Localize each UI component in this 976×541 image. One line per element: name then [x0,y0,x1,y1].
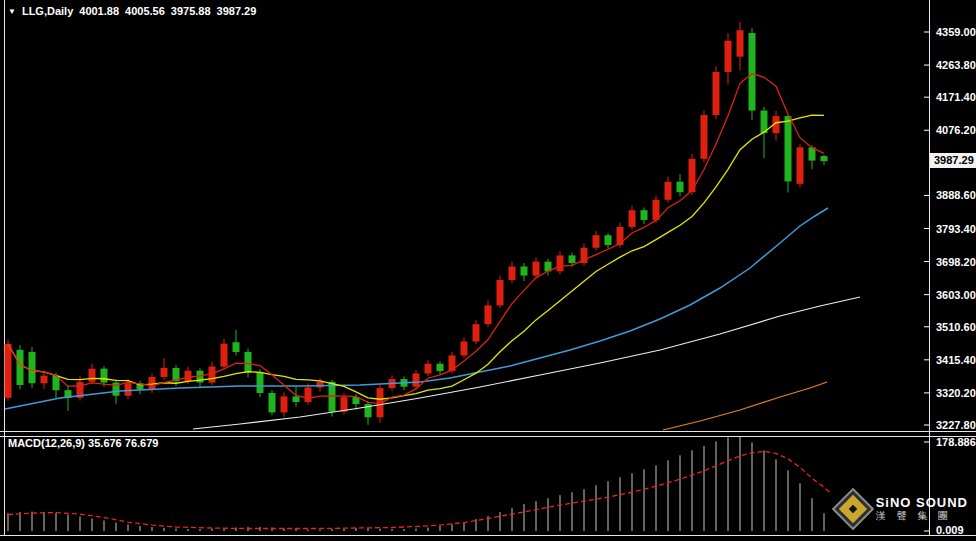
quote-open: 4001.88 [79,5,119,17]
macd-axis-top-label: 178.886 [936,436,976,448]
symbol-name: LLG,Daily [22,5,73,17]
symbol-dropdown-arrow-icon[interactable]: ▼ [8,6,16,17]
macd-name: MACD(12,26,9) [8,437,85,449]
price-axis-label: 4359.00 [936,26,976,38]
price-axis-label: 3698.20 [936,256,976,268]
quote-low: 3975.88 [171,5,211,17]
current-price-badge: 3987.29 [930,153,976,168]
chart-window: ▼ LLG,Daily 4001.88 4005.56 3975.88 3987… [0,0,976,541]
logo-text-cn: 漢 聲 集 團 [876,509,968,522]
sino-sound-diamond-icon [831,488,873,530]
price-axis-label: 3227.80 [936,419,976,431]
macd-indicator-label: MACD(12,26,9) 35.676 76.679 [8,437,158,449]
quote-high: 4005.56 [125,5,165,17]
quote-close: 3987.29 [217,5,257,17]
price-axis-label: 3888.60 [936,189,976,201]
macd-signal-value: 76.679 [125,437,159,449]
price-axis-label: 4171.40 [936,91,976,103]
price-axis-label: 3603.00 [936,289,976,301]
macd-current-value: 35.676 [88,437,122,449]
price-axis-label: 3320.20 [936,387,976,399]
macd-axis-bottom-label: 0.009 [936,524,964,536]
symbol-header: ▼ LLG,Daily 4001.88 4005.56 3975.88 3987… [8,5,256,17]
main-chart-canvas[interactable] [0,0,976,541]
price-axis-label: 4263.80 [936,59,976,71]
broker-logo: SiNO SOUND 漢 聲 集 團 [838,494,968,524]
price-axis-label: 3510.60 [936,321,976,333]
price-axis-label: 3793.40 [936,223,976,235]
logo-text-en: SiNO SOUND [876,496,968,509]
price-axis-label: 4076.20 [936,124,976,136]
price-axis-label: 3415.40 [936,354,976,366]
